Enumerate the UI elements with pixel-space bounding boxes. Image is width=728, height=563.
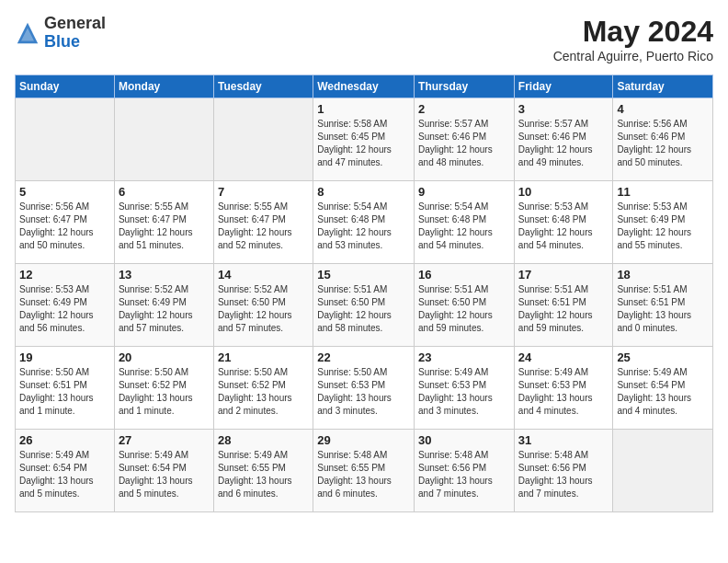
header: General Blue May 2024 Central Aguirre, P…	[15, 15, 713, 63]
cell-info: Sunrise: 5:52 AM Sunset: 6:49 PM Dayligh…	[119, 283, 210, 335]
cell-info: Sunrise: 5:51 AM Sunset: 6:51 PM Dayligh…	[518, 283, 609, 335]
cell-info: Sunrise: 5:54 AM Sunset: 6:48 PM Dayligh…	[317, 201, 410, 252]
day-number: 21	[218, 350, 309, 364]
weekday-header-wednesday: Wednesday	[313, 75, 415, 98]
logo-general-text: General	[44, 14, 106, 32]
calendar-cell: 19Sunrise: 5:50 AM Sunset: 6:51 PM Dayli…	[16, 347, 115, 430]
day-number: 14	[218, 268, 309, 282]
calendar-cell: 15Sunrise: 5:51 AM Sunset: 6:50 PM Dayli…	[313, 264, 415, 347]
location: Central Aguirre, Puerto Rico	[553, 49, 713, 63]
cell-info: Sunrise: 5:56 AM Sunset: 6:46 PM Dayligh…	[617, 118, 709, 169]
day-number: 3	[518, 102, 609, 116]
calendar-cell: 5Sunrise: 5:56 AM Sunset: 6:47 PM Daylig…	[16, 181, 115, 264]
calendar-cell: 29Sunrise: 5:48 AM Sunset: 6:55 PM Dayli…	[313, 430, 415, 512]
calendar-cell: 21Sunrise: 5:50 AM Sunset: 6:52 PM Dayli…	[213, 347, 313, 430]
cell-info: Sunrise: 5:48 AM Sunset: 6:56 PM Dayligh…	[418, 449, 510, 500]
day-number: 5	[19, 185, 110, 199]
cell-info: Sunrise: 5:55 AM Sunset: 6:47 PM Dayligh…	[218, 201, 309, 252]
day-number: 11	[617, 185, 709, 199]
calendar-cell: 14Sunrise: 5:52 AM Sunset: 6:50 PM Dayli…	[213, 264, 313, 347]
day-number: 8	[317, 185, 410, 199]
day-number: 6	[119, 185, 210, 199]
day-number: 31	[518, 433, 609, 447]
cell-info: Sunrise: 5:53 AM Sunset: 6:49 PM Dayligh…	[19, 283, 110, 335]
day-number: 4	[617, 102, 709, 116]
weekday-header-sunday: Sunday	[16, 75, 115, 98]
calendar-cell: 18Sunrise: 5:51 AM Sunset: 6:51 PM Dayli…	[613, 264, 713, 347]
day-number: 27	[119, 433, 210, 447]
weekday-header-monday: Monday	[114, 75, 213, 98]
calendar-cell: 27Sunrise: 5:49 AM Sunset: 6:54 PM Dayli…	[114, 430, 213, 512]
cell-info: Sunrise: 5:53 AM Sunset: 6:49 PM Dayligh…	[617, 201, 709, 252]
day-number: 10	[518, 185, 609, 199]
day-number: 1	[317, 102, 410, 116]
cell-info: Sunrise: 5:49 AM Sunset: 6:53 PM Dayligh…	[518, 366, 609, 418]
day-number: 12	[19, 268, 110, 282]
logo-icon	[15, 20, 40, 46]
calendar-cell: 6Sunrise: 5:55 AM Sunset: 6:47 PM Daylig…	[114, 181, 213, 264]
day-number: 22	[317, 350, 410, 364]
weekday-header-tuesday: Tuesday	[213, 75, 313, 98]
cell-info: Sunrise: 5:49 AM Sunset: 6:53 PM Dayligh…	[418, 366, 510, 418]
cell-info: Sunrise: 5:57 AM Sunset: 6:46 PM Dayligh…	[518, 118, 609, 169]
calendar-cell	[613, 430, 713, 512]
day-number: 26	[19, 433, 110, 447]
cell-info: Sunrise: 5:51 AM Sunset: 6:51 PM Dayligh…	[617, 283, 709, 335]
weekday-header-saturday: Saturday	[613, 75, 713, 98]
day-number: 9	[418, 185, 510, 199]
logo-blue-text: Blue	[44, 32, 80, 51]
calendar-cell: 22Sunrise: 5:50 AM Sunset: 6:53 PM Dayli…	[313, 347, 415, 430]
calendar-cell: 24Sunrise: 5:49 AM Sunset: 6:53 PM Dayli…	[514, 347, 613, 430]
calendar-cell: 16Sunrise: 5:51 AM Sunset: 6:50 PM Dayli…	[415, 264, 515, 347]
calendar-cell	[114, 98, 213, 181]
calendar-week-3: 12Sunrise: 5:53 AM Sunset: 6:49 PM Dayli…	[16, 264, 713, 347]
day-number: 28	[218, 433, 309, 447]
cell-info: Sunrise: 5:49 AM Sunset: 6:54 PM Dayligh…	[119, 449, 210, 500]
calendar-cell: 3Sunrise: 5:57 AM Sunset: 6:46 PM Daylig…	[514, 98, 613, 181]
day-number: 23	[418, 350, 510, 364]
cell-info: Sunrise: 5:57 AM Sunset: 6:46 PM Dayligh…	[418, 118, 510, 169]
calendar-cell: 4Sunrise: 5:56 AM Sunset: 6:46 PM Daylig…	[613, 98, 713, 181]
calendar-week-4: 19Sunrise: 5:50 AM Sunset: 6:51 PM Dayli…	[16, 347, 713, 430]
cell-info: Sunrise: 5:48 AM Sunset: 6:56 PM Dayligh…	[518, 449, 609, 500]
calendar-cell: 20Sunrise: 5:50 AM Sunset: 6:52 PM Dayli…	[114, 347, 213, 430]
day-number: 13	[119, 268, 210, 282]
day-number: 18	[617, 268, 709, 282]
cell-info: Sunrise: 5:53 AM Sunset: 6:48 PM Dayligh…	[518, 201, 609, 252]
day-number: 20	[119, 350, 210, 364]
cell-info: Sunrise: 5:49 AM Sunset: 6:55 PM Dayligh…	[218, 449, 309, 500]
calendar-cell: 25Sunrise: 5:49 AM Sunset: 6:54 PM Dayli…	[613, 347, 713, 430]
calendar-cell: 8Sunrise: 5:54 AM Sunset: 6:48 PM Daylig…	[313, 181, 415, 264]
calendar-cell: 17Sunrise: 5:51 AM Sunset: 6:51 PM Dayli…	[514, 264, 613, 347]
cell-info: Sunrise: 5:50 AM Sunset: 6:53 PM Dayligh…	[317, 366, 410, 418]
calendar-cell: 2Sunrise: 5:57 AM Sunset: 6:46 PM Daylig…	[415, 98, 515, 181]
calendar-cell: 12Sunrise: 5:53 AM Sunset: 6:49 PM Dayli…	[16, 264, 115, 347]
cell-info: Sunrise: 5:51 AM Sunset: 6:50 PM Dayligh…	[418, 283, 510, 335]
calendar-cell: 7Sunrise: 5:55 AM Sunset: 6:47 PM Daylig…	[213, 181, 313, 264]
cell-info: Sunrise: 5:56 AM Sunset: 6:47 PM Dayligh…	[19, 201, 110, 252]
day-number: 29	[317, 433, 410, 447]
title-block: May 2024 Central Aguirre, Puerto Rico	[553, 15, 713, 63]
day-number: 25	[617, 350, 709, 364]
calendar-week-1: 1Sunrise: 5:58 AM Sunset: 6:45 PM Daylig…	[16, 98, 713, 181]
cell-info: Sunrise: 5:50 AM Sunset: 6:52 PM Dayligh…	[119, 366, 210, 418]
day-number: 17	[518, 268, 609, 282]
weekday-header-thursday: Thursday	[415, 75, 515, 98]
cell-info: Sunrise: 5:50 AM Sunset: 6:52 PM Dayligh…	[218, 366, 309, 418]
cell-info: Sunrise: 5:55 AM Sunset: 6:47 PM Dayligh…	[119, 201, 210, 252]
calendar-cell: 10Sunrise: 5:53 AM Sunset: 6:48 PM Dayli…	[514, 181, 613, 264]
cell-info: Sunrise: 5:50 AM Sunset: 6:51 PM Dayligh…	[19, 366, 110, 418]
weekday-header-row: SundayMondayTuesdayWednesdayThursdayFrid…	[16, 75, 713, 98]
cell-info: Sunrise: 5:48 AM Sunset: 6:55 PM Dayligh…	[317, 449, 410, 500]
calendar-cell: 1Sunrise: 5:58 AM Sunset: 6:45 PM Daylig…	[313, 98, 415, 181]
calendar-cell: 13Sunrise: 5:52 AM Sunset: 6:49 PM Dayli…	[114, 264, 213, 347]
calendar-cell: 28Sunrise: 5:49 AM Sunset: 6:55 PM Dayli…	[213, 430, 313, 512]
cell-info: Sunrise: 5:52 AM Sunset: 6:50 PM Dayligh…	[218, 283, 309, 335]
calendar-cell: 9Sunrise: 5:54 AM Sunset: 6:48 PM Daylig…	[415, 181, 515, 264]
calendar-cell: 23Sunrise: 5:49 AM Sunset: 6:53 PM Dayli…	[415, 347, 515, 430]
cell-info: Sunrise: 5:58 AM Sunset: 6:45 PM Dayligh…	[317, 118, 410, 169]
month-title: May 2024	[553, 15, 713, 49]
calendar-cell	[213, 98, 313, 181]
calendar-cell: 26Sunrise: 5:49 AM Sunset: 6:54 PM Dayli…	[16, 430, 115, 512]
weekday-header-friday: Friday	[514, 75, 613, 98]
